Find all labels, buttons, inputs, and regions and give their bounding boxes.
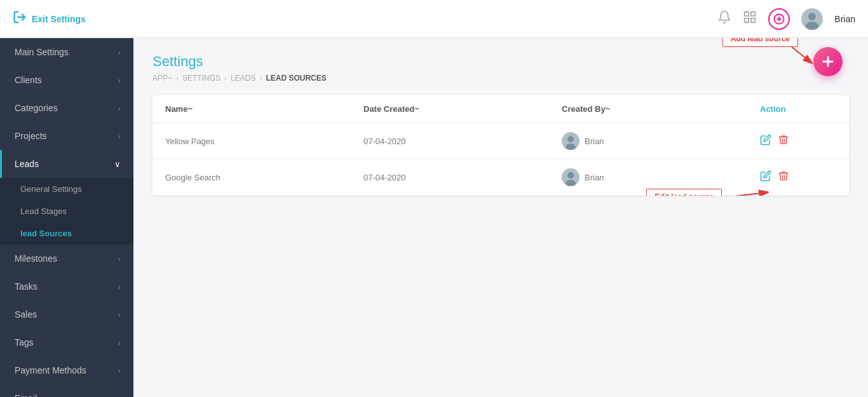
notifications-button[interactable] bbox=[717, 10, 731, 27]
delete-button-1[interactable] bbox=[778, 134, 789, 148]
sidebar-label: Payment Methods bbox=[15, 365, 86, 375]
user-name-1: Brian bbox=[585, 137, 604, 146]
exit-settings-button[interactable]: Exit Settings bbox=[13, 10, 86, 27]
topbar: Exit Settings Bri bbox=[0, 0, 868, 38]
sidebar-subitem-lead-stages[interactable]: Lead Stages bbox=[0, 200, 133, 222]
sidebar-label: Leads bbox=[15, 159, 39, 169]
main-layout: Main Settings › Clients › Categories › P… bbox=[0, 38, 868, 397]
edit-button-2[interactable] bbox=[760, 170, 771, 184]
edit-lead-source-annotation: Edit lead source bbox=[646, 189, 722, 196]
sidebar-item-tags[interactable]: Tags › bbox=[0, 328, 133, 356]
avatar-1 bbox=[562, 132, 580, 150]
sidebar-subnav-leads: General Settings Lead Stages lead Source… bbox=[0, 178, 133, 245]
cell-name-2: Google Search bbox=[165, 173, 363, 182]
sidebar-item-projects[interactable]: Projects › bbox=[0, 122, 133, 150]
cell-user-1: Brian bbox=[562, 132, 760, 150]
table-row: Google Search 07-04-2020 Brian bbox=[153, 159, 849, 196]
col-date: Date Created~ bbox=[363, 104, 562, 114]
sidebar-label: Projects bbox=[15, 131, 47, 141]
svg-rect-4 bbox=[745, 18, 749, 22]
edit-button-1[interactable] bbox=[760, 134, 771, 148]
svg-rect-1 bbox=[745, 12, 749, 16]
col-action: Action bbox=[760, 104, 836, 114]
add-lead-source-fab[interactable] bbox=[813, 47, 843, 76]
cell-name-1: Yellow Pages bbox=[165, 137, 363, 146]
exit-icon bbox=[13, 10, 27, 27]
page-title: Settings bbox=[153, 53, 849, 70]
user-name-2: Brian bbox=[585, 173, 604, 182]
chevron-right-icon: › bbox=[118, 254, 121, 264]
layout-button[interactable] bbox=[743, 10, 757, 27]
cell-actions-2 bbox=[760, 170, 836, 184]
breadcrumb-settings: SETTINGS bbox=[182, 74, 220, 83]
sidebar-subitem-lead-sources[interactable]: lead Sources bbox=[0, 222, 133, 245]
delete-button-2[interactable] bbox=[778, 170, 789, 184]
breadcrumb: APP~ › SETTINGS › LEADS › LEAD SOURCES bbox=[153, 74, 849, 83]
topbar-add-button[interactable] bbox=[768, 8, 790, 30]
sidebar-label: Main Settings bbox=[15, 47, 69, 57]
breadcrumb-app: APP~ bbox=[153, 74, 172, 83]
sidebar-item-categories[interactable]: Categories › bbox=[0, 94, 133, 122]
sidebar-item-sales[interactable]: Sales › bbox=[0, 300, 133, 328]
sidebar-label: Tags bbox=[15, 337, 34, 347]
page-heading-area: Settings APP~ › SETTINGS › LEADS › LEAD … bbox=[153, 53, 849, 83]
table-header: Name~ Date Created~ Created By~ Action bbox=[153, 95, 849, 123]
content-inner: Settings APP~ › SETTINGS › LEADS › LEAD … bbox=[133, 38, 868, 211]
sidebar-item-payment-methods[interactable]: Payment Methods › bbox=[0, 356, 133, 384]
cell-date-2: 07-04-2020 bbox=[363, 173, 562, 182]
svg-rect-2 bbox=[751, 12, 755, 16]
col-user: Created By~ bbox=[562, 104, 760, 114]
chevron-right-icon: › bbox=[118, 310, 121, 320]
cell-date-1: 07-04-2020 bbox=[363, 137, 562, 146]
topbar-left: Exit Settings bbox=[13, 10, 86, 27]
sidebar-label: Sales bbox=[15, 309, 37, 320]
sidebar-label: Clients bbox=[15, 75, 42, 85]
sidebar-item-tasks[interactable]: Tasks › bbox=[0, 273, 133, 300]
sidebar-subitem-general-settings[interactable]: General Settings bbox=[0, 178, 133, 200]
lead-sources-table: Name~ Date Created~ Created By~ Action Y… bbox=[153, 95, 849, 196]
chevron-right-icon: › bbox=[118, 394, 121, 398]
avatar bbox=[801, 8, 823, 30]
chevron-right-icon: › bbox=[118, 131, 121, 141]
user-name: Brian bbox=[834, 14, 855, 24]
cell-user-2: Brian bbox=[562, 168, 760, 186]
sidebar-item-leads[interactable]: Leads ∨ bbox=[0, 150, 133, 178]
sidebar-label: Categories bbox=[15, 103, 58, 113]
sidebar-label: Email bbox=[15, 393, 37, 397]
add-lead-source-annotation: Add lead source bbox=[722, 38, 798, 47]
sidebar-label: Tasks bbox=[15, 281, 37, 292]
sidebar-label: Milestones bbox=[15, 253, 57, 264]
sidebar-item-main-settings[interactable]: Main Settings › bbox=[0, 38, 133, 66]
svg-point-18 bbox=[567, 172, 574, 178]
chevron-right-icon: › bbox=[118, 282, 121, 292]
breadcrumb-sep1: › bbox=[176, 74, 179, 83]
breadcrumb-leads: LEADS bbox=[231, 74, 255, 83]
col-name: Name~ bbox=[165, 104, 363, 114]
chevron-down-icon: ∨ bbox=[114, 159, 121, 169]
sidebar-item-clients[interactable]: Clients › bbox=[0, 66, 133, 94]
breadcrumb-sep2: › bbox=[224, 74, 227, 83]
svg-rect-3 bbox=[751, 18, 755, 22]
cell-actions-1 bbox=[760, 134, 836, 148]
sidebar: Main Settings › Clients › Categories › P… bbox=[0, 38, 133, 397]
sidebar-item-email[interactable]: Email › bbox=[0, 384, 133, 397]
chevron-right-icon: › bbox=[118, 48, 121, 57]
svg-point-9 bbox=[808, 13, 816, 20]
breadcrumb-lead-sources: LEAD SOURCES bbox=[266, 74, 326, 83]
chevron-right-icon: › bbox=[118, 338, 121, 347]
exit-label: Exit Settings bbox=[32, 14, 86, 24]
topbar-right: Brian bbox=[717, 8, 855, 30]
chevron-right-icon: › bbox=[118, 76, 121, 85]
table-row: Yellow Pages 07-04-2020 Brian bbox=[153, 123, 849, 159]
avatar-2 bbox=[562, 168, 580, 186]
breadcrumb-sep3: › bbox=[259, 74, 262, 83]
chevron-right-icon: › bbox=[118, 104, 121, 113]
chevron-right-icon: › bbox=[118, 366, 121, 375]
sidebar-item-milestones[interactable]: Milestones › bbox=[0, 245, 133, 273]
svg-point-15 bbox=[567, 136, 574, 142]
content-area: Settings APP~ › SETTINGS › LEADS › LEAD … bbox=[133, 38, 868, 397]
